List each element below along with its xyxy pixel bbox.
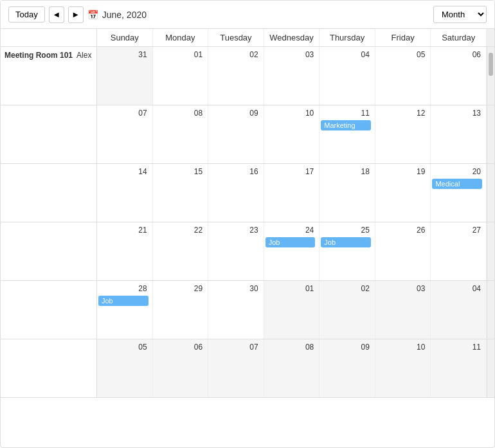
day-number: 07 (208, 342, 261, 353)
day-number: 02 (208, 49, 261, 60)
day-cell-w4-d0[interactable]: 28Job (97, 281, 153, 339)
prev-button[interactable]: ◄ (49, 6, 64, 23)
event-badge-w3-d3-e0[interactable]: Job (266, 237, 316, 247)
day-cell-w0-d6[interactable]: 06 (431, 47, 487, 105)
resource-sub: Alex (76, 51, 91, 60)
view-select[interactable]: Month Week Day Agenda (433, 6, 487, 23)
day-cell-w5-d4[interactable]: 09 (320, 339, 375, 397)
today-button[interactable]: Today (8, 6, 45, 22)
scrollbar-column (487, 281, 494, 339)
day-cell-w1-d6[interactable]: 13 (431, 105, 487, 163)
day-cell-w2-d2[interactable]: 16 (208, 164, 264, 222)
next-button[interactable]: ► (68, 6, 84, 23)
day-cell-w2-d4[interactable]: 18 (320, 164, 375, 222)
toolbar-left: Today ◄ ► 📅 June, 2020 (8, 6, 147, 23)
month-year-label: June, 2020 (102, 10, 147, 20)
day-cell-w0-d0[interactable]: 31 (97, 47, 153, 105)
event-badge-w1-d4-e0[interactable]: Marketing (321, 120, 371, 130)
day-cell-w1-d5[interactable]: 12 (375, 105, 431, 163)
day-number: 09 (320, 342, 372, 353)
day-cell-w1-d4[interactable]: 11Marketing (320, 105, 375, 163)
day-cell-w3-d6[interactable]: 27 (431, 222, 487, 280)
day-cell-w3-d0[interactable]: 21 (97, 222, 153, 280)
day-number: 10 (264, 108, 317, 119)
day-cell-w3-d4[interactable]: 25Job (320, 222, 375, 280)
week-row-3: 21222324Job25Job2627 (1, 222, 494, 281)
event-badge-w3-d4-e0[interactable]: Job (321, 237, 371, 247)
day-number: 17 (264, 166, 317, 177)
day-cell-w2-d6[interactable]: 20Medical (431, 164, 487, 222)
day-number: 01 (153, 49, 206, 60)
day-number: 21 (97, 225, 150, 236)
day-cell-w0-d2[interactable]: 02 (208, 47, 264, 105)
day-number: 12 (375, 108, 428, 119)
header-thursday: Thursday (320, 29, 375, 46)
day-number: 20 (431, 166, 483, 177)
day-number: 06 (431, 49, 483, 60)
day-number: 05 (375, 49, 428, 60)
event-badge-w4-d0-e0[interactable]: Job (98, 296, 148, 306)
day-cell-w2-d5[interactable]: 19 (375, 164, 431, 222)
header-sunday: Sunday (97, 29, 153, 46)
week-row-5: 05060708091011 (1, 339, 494, 398)
resource-cell: Meeting Room 101Alex (1, 47, 97, 105)
day-cell-w0-d5[interactable]: 05 (375, 47, 431, 105)
day-cell-w0-d3[interactable]: 03 (264, 47, 320, 105)
resource-cell (1, 222, 97, 280)
day-cell-w2-d0[interactable]: 14 (97, 164, 153, 222)
scrollbar-column (487, 339, 494, 397)
day-cell-w2-d1[interactable]: 15 (153, 164, 209, 222)
resource-header (1, 29, 97, 46)
day-number: 08 (264, 342, 317, 353)
header-friday: Friday (375, 29, 431, 46)
day-cell-w4-d4[interactable]: 02 (320, 281, 375, 339)
resource-cell (1, 105, 97, 163)
scrollbar-column (487, 47, 494, 105)
day-cell-w3-d2[interactable]: 23 (208, 222, 264, 280)
calendar-icon: 📅 (87, 10, 98, 20)
day-cell-w1-d2[interactable]: 09 (208, 105, 264, 163)
day-cell-w3-d3[interactable]: 24Job (264, 222, 320, 280)
event-badge-w2-d6-e0[interactable]: Medical (432, 179, 482, 189)
day-cell-w3-d5[interactable]: 26 (375, 222, 431, 280)
day-cell-w4-d1[interactable]: 29 (153, 281, 209, 339)
day-number: 03 (375, 283, 428, 294)
day-cell-w4-d5[interactable]: 03 (375, 281, 431, 339)
day-cell-w5-d5[interactable]: 10 (375, 339, 431, 397)
day-cell-w3-d1[interactable]: 22 (153, 222, 209, 280)
day-number: 24 (264, 225, 317, 236)
week-row-0: Meeting Room 101Alex31010203040506 (1, 47, 494, 105)
header-tuesday: Tuesday (208, 29, 264, 46)
day-cell-w4-d3[interactable]: 01 (264, 281, 320, 339)
day-cell-w1-d1[interactable]: 08 (153, 105, 209, 163)
day-cell-w5-d6[interactable]: 11 (431, 339, 487, 397)
day-cell-w2-d3[interactable]: 17 (264, 164, 320, 222)
day-cell-w5-d2[interactable]: 07 (208, 339, 264, 397)
day-number: 27 (431, 225, 483, 236)
day-number: 13 (431, 108, 483, 119)
day-number: 08 (153, 108, 206, 119)
day-number: 26 (375, 225, 428, 236)
weeks-container: Meeting Room 101Alex31010203040506070809… (1, 47, 494, 398)
day-number: 05 (97, 342, 150, 353)
day-cell-w0-d1[interactable]: 01 (153, 47, 209, 105)
day-cell-w0-d4[interactable]: 04 (320, 47, 375, 105)
day-number: 15 (153, 166, 206, 177)
day-number: 23 (208, 225, 261, 236)
resource-cell (1, 164, 97, 222)
week-row-4: 28Job293001020304 (1, 281, 494, 339)
day-cell-w5-d0[interactable]: 05 (97, 339, 153, 397)
week-row-2: 14151617181920Medical (1, 164, 494, 222)
day-cell-w5-d1[interactable]: 06 (153, 339, 209, 397)
toolbar: Today ◄ ► 📅 June, 2020 Month Week Day Ag… (1, 1, 494, 29)
day-cell-w1-d3[interactable]: 10 (264, 105, 320, 163)
day-cell-w4-d2[interactable]: 30 (208, 281, 264, 339)
day-cell-w5-d3[interactable]: 08 (264, 339, 320, 397)
day-number: 28 (97, 283, 150, 294)
day-cell-w4-d6[interactable]: 04 (431, 281, 487, 339)
header-saturday: Saturday (431, 29, 487, 46)
day-number: 14 (97, 166, 150, 177)
day-number: 07 (97, 108, 150, 119)
day-cell-w1-d0[interactable]: 07 (97, 105, 153, 163)
scrollbar-thumb[interactable] (489, 53, 493, 76)
